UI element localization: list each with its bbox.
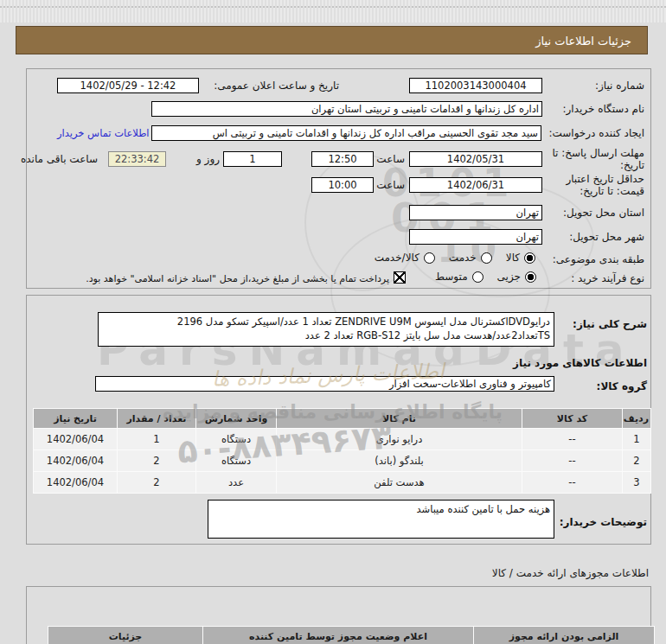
cell-item-name: بلندگو (باند): [277, 450, 522, 471]
response-deadline-date-field[interactable]: 1402/05/31: [409, 151, 542, 167]
radio-option-goods[interactable]: کالا: [506, 252, 535, 264]
column-header: کد کالا: [522, 409, 622, 428]
response-deadline-time-field[interactable]: 12:50: [311, 151, 374, 167]
radio-unchecked-icon[interactable]: [472, 271, 483, 283]
response-deadline-days-field[interactable]: 1: [223, 151, 282, 167]
page-title: جزئیات اطلاعات نیاز: [16, 26, 648, 54]
countdown-timer: 22:33:42: [108, 151, 166, 167]
delivery-province-field[interactable]: تهران: [409, 205, 542, 220]
need-description-label: شرح کلی نیاز:: [573, 318, 647, 330]
delivery-city-field[interactable]: تهران: [409, 229, 542, 245]
price-validity-time-field[interactable]: 10:00: [311, 177, 374, 193]
column-header: تعداد / مقدار: [118, 409, 195, 428]
request-creator-label: ایجاد کننده درخواست:: [548, 127, 644, 139]
page: جزئیات اطلاعات نیاز 0101 001 10 ParsNama…: [0, 0, 666, 644]
goods-group-field[interactable]: کامپیوتر و فناوری اطلاعات-سخت افزار: [95, 376, 554, 392]
announce-datetime-label: تاریخ و ساعت اعلان عمومی:: [214, 80, 339, 92]
goods-group-label: گروه کالا:: [597, 380, 647, 392]
license-table-header-row: الزامی بودن ارائه مجوز اعلام وضعیت مجوز …: [48, 627, 654, 644]
need-number-field[interactable]: 1102003143000404: [409, 78, 542, 93]
radio-option-goods-service[interactable]: کالا/خدمت: [375, 252, 435, 264]
need-description-box[interactable]: درایوDVDاکسترنال مدل ایسوس ZENDRIVE U9M …: [98, 312, 554, 347]
need-description-line: TSتعداد2عدد/هدست مدل سل بایتز RGB-S12 تع…: [102, 328, 550, 342]
table-row: 3 -- هدست تلفن عدد 2 1402/06/04: [34, 472, 650, 493]
days-label: روز و: [196, 153, 220, 165]
cell-row-index: 1: [623, 429, 650, 450]
radio-option-label: خدمت: [449, 252, 477, 264]
buyer-notes-label: توضیحات خریدار:: [560, 516, 647, 528]
license-section-title: اطلاعات مجوزهای ارائه خدمت / کالا: [492, 567, 649, 579]
column-header: ردیف: [623, 409, 650, 428]
announce-datetime-field[interactable]: 1402/05/29 - 12:42: [57, 78, 199, 93]
cell-item-code: --: [522, 472, 622, 493]
license-table: الزامی بودن ارائه مجوز اعلام وضعیت مجوز …: [48, 626, 655, 644]
response-deadline-label: مهلت ارسال پاسخ: تا تاریخ:: [541, 147, 644, 171]
treasury-checkbox-checked-icon[interactable]: [394, 271, 406, 284]
cell-quantity: 2: [118, 472, 195, 493]
column-header: نام کالا: [277, 409, 522, 428]
cell-unit: دستگاه: [196, 450, 276, 471]
need-number-label: شماره نیاز:: [595, 80, 644, 92]
column-header: واحد شمارش: [196, 409, 276, 428]
radio-checked-icon[interactable]: [524, 252, 535, 264]
need-description-line: درایوDVDاکسترنال مدل ایسوس ZENDRIVE U9M …: [102, 315, 550, 328]
cell-item-name: هدست تلفن: [277, 472, 522, 493]
cell-need-date: 1402/06/04: [34, 450, 117, 471]
radio-option-service[interactable]: خدمت: [449, 252, 492, 264]
radio-option-label: کالا: [506, 252, 520, 264]
cell-item-name: درایو نواری: [277, 429, 522, 450]
purchase-type-radio-group: جزیی متوسط: [413, 271, 536, 283]
radio-option-partial[interactable]: جزیی: [497, 271, 536, 283]
goods-table-header-row: ردیف کد کالا نام کالا واحد شمارش تعداد /…: [34, 409, 650, 428]
purchase-type-label: نوع فرآیند خرید :: [571, 272, 644, 284]
buyer-org-field[interactable]: اداره کل زندانها و اقدامات تامینی و تربی…: [151, 101, 542, 117]
cell-row-index: 3: [623, 472, 650, 493]
subject-class-radio-group: کالا خدمت کالا/خدمت: [331, 252, 535, 264]
top-texture: [0, 0, 666, 22]
countdown-label: ساعت باقی مانده: [21, 153, 98, 165]
table-row: 1 -- درایو نواری دستگاه 1 1402/06/04: [34, 429, 650, 450]
cell-unit: دستگاه: [196, 429, 276, 450]
cell-unit: عدد: [196, 472, 276, 493]
delivery-city-label: شهر محل تحویل:: [569, 231, 644, 243]
radio-option-label: جزیی: [497, 271, 521, 283]
cell-item-code: --: [522, 429, 622, 450]
goods-table: ردیف کد کالا نام کالا واحد شمارش تعداد /…: [33, 408, 651, 494]
buyer-org-label: نام دستگاه خریدار:: [563, 103, 645, 115]
delivery-province-label: استان محل تحویل:: [563, 207, 644, 219]
buyer-contact-link[interactable]: اطلاعات تماس خریدار: [57, 127, 150, 139]
column-header: جزئیات: [48, 627, 202, 644]
price-validity-hour-label: ساعت: [376, 179, 405, 191]
request-creator-field[interactable]: سید مجد تقوی الحسینی مراقب اداره کل زندا…: [151, 125, 541, 141]
radio-option-label: متوسط: [435, 271, 468, 283]
buyer-notes-box[interactable]: هزینه حمل با تامین کننده میباشد: [208, 500, 554, 539]
goods-info-header: اطلاعات کالاهای مورد نیاز: [513, 357, 647, 369]
column-header: تاریخ نیاز: [34, 409, 117, 428]
radio-unchecked-icon[interactable]: [424, 252, 435, 264]
price-validity-label: حداقل تاریخ اعتبار قیمت: تا تاریخ:: [541, 173, 644, 197]
cell-need-date: 1402/06/04: [34, 472, 117, 493]
radio-checked-icon[interactable]: [525, 271, 536, 283]
table-row: 2 -- بلندگو (باند) دستگاه 2 1402/06/04: [34, 450, 650, 471]
column-header: الزامی بودن ارائه مجوز: [474, 627, 654, 644]
response-deadline-hour-label: ساعت: [376, 153, 405, 165]
cell-quantity: 2: [118, 450, 195, 471]
price-validity-date-field[interactable]: 1402/06/31: [409, 177, 542, 193]
cell-item-code: --: [522, 450, 622, 471]
cell-quantity: 1: [118, 429, 195, 450]
buyer-notes-text: هزینه حمل با تامین کننده میباشد: [212, 502, 550, 516]
top-dotted-divider: [0, 6, 666, 8]
treasury-checkbox-label: پرداخت تمام یا بخشی از مبلغ خرید،از محل …: [86, 273, 389, 284]
cell-need-date: 1402/06/04: [34, 429, 117, 450]
column-header: اعلام وضعیت مجوز توسط تامین کننده: [203, 627, 473, 644]
radio-option-label: کالا/خدمت: [375, 252, 419, 264]
radio-unchecked-icon[interactable]: [481, 252, 492, 264]
cell-row-index: 2: [623, 450, 650, 471]
subject-class-label: طبقه بندی موضوعی:: [553, 253, 644, 265]
radio-option-medium[interactable]: متوسط: [435, 271, 483, 283]
